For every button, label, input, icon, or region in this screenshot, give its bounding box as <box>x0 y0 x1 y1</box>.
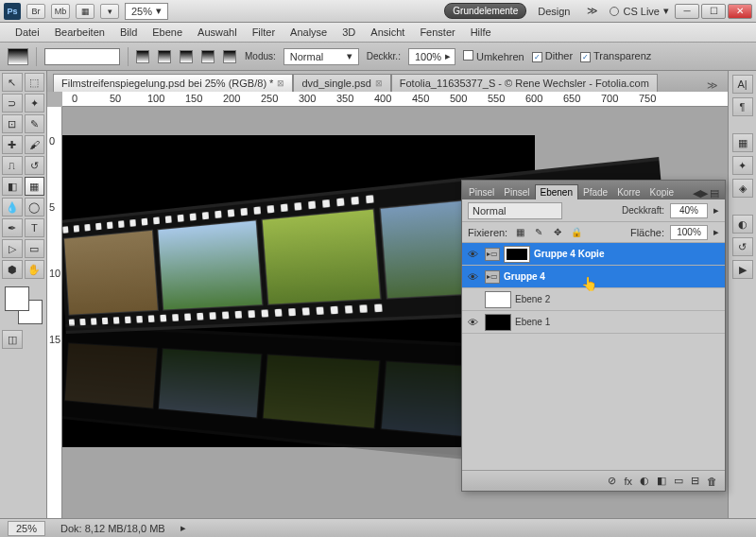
panel-collapse-icon[interactable]: ◀▶ <box>693 187 708 199</box>
bridge-button[interactable]: Br <box>26 4 45 19</box>
swatches-panel-icon[interactable]: ▦ <box>732 133 753 152</box>
menu-ansicht[interactable]: Ansicht <box>363 25 412 40</box>
window-maximize-button[interactable]: ☐ <box>701 4 726 19</box>
minibridge-button[interactable]: Mb <box>51 4 70 19</box>
lock-paint-icon[interactable]: ✎ <box>532 226 545 239</box>
marquee-tool[interactable]: ⬚ <box>25 73 45 92</box>
transparenz-checkbox[interactable]: ✓ Transparenz <box>580 50 651 62</box>
pen-tool[interactable]: ✒ <box>2 218 23 237</box>
blur-tool[interactable]: 💧 <box>2 198 23 217</box>
doc-tab-2[interactable]: dvd_single.psd⊠ <box>293 74 390 92</box>
menu-filter[interactable]: Filter <box>245 25 283 40</box>
hand-tool[interactable]: ✋ <box>25 260 45 279</box>
umkehren-checkbox[interactable]: Umkehren <box>463 50 524 62</box>
blend-mode-dropdown[interactable]: Normal▾ <box>284 48 359 65</box>
gradient-angle-icon[interactable] <box>180 50 193 63</box>
styles-panel-icon[interactable]: ✦ <box>732 156 753 175</box>
workspace-active-button[interactable]: Grundelemente <box>444 3 526 19</box>
visibility-icon[interactable]: 👁 <box>464 246 481 263</box>
layers-panel-icon[interactable]: ◈ <box>732 179 753 198</box>
tabs-overflow-button[interactable]: ≫ <box>703 79 722 92</box>
close-icon[interactable]: ⊠ <box>277 78 284 88</box>
panel-tab-pfade[interactable]: Pfade <box>578 185 612 199</box>
layer-row[interactable]: 👁 ▸▭ Gruppe 4 <box>462 266 725 288</box>
link-layers-icon[interactable]: ⊘ <box>608 475 616 487</box>
layer-thumb[interactable] <box>485 291 511 308</box>
gradient-tool-icon[interactable] <box>8 48 28 65</box>
new-group-icon[interactable]: ▭ <box>674 475 683 487</box>
window-close-button[interactable]: ✕ <box>728 4 752 19</box>
eraser-tool[interactable]: ◧ <box>2 177 23 196</box>
eyedropper-tool[interactable]: ✎ <box>25 114 45 133</box>
character-panel-icon[interactable]: A| <box>732 75 753 94</box>
menu-bild[interactable]: Bild <box>112 25 145 40</box>
gradient-tool[interactable]: ▦ <box>25 177 45 196</box>
mask-thumb[interactable] <box>504 246 530 263</box>
stamp-tool[interactable]: ⎍ <box>2 156 23 175</box>
visibility-icon[interactable]: 👁 <box>464 314 481 331</box>
fill-input[interactable]: 100% <box>670 225 708 240</box>
menu-3d[interactable]: 3D <box>335 25 363 40</box>
color-swatches[interactable] <box>5 286 43 324</box>
gradient-diamond-icon[interactable] <box>223 50 236 63</box>
gradient-preview[interactable] <box>44 48 120 65</box>
menu-ebene[interactable]: Ebene <box>145 25 190 40</box>
menu-datei[interactable]: Datei <box>8 25 47 40</box>
type-tool[interactable]: T <box>25 218 45 237</box>
close-icon[interactable]: ⊠ <box>375 78 383 88</box>
layer-blend-dropdown[interactable]: Normal <box>468 202 562 219</box>
panel-tab-kopie[interactable]: Kopie <box>645 185 679 199</box>
wand-tool[interactable]: ✦ <box>25 94 45 113</box>
window-minimize-button[interactable]: ─ <box>675 4 699 19</box>
doc-tab-3[interactable]: Fotolia_11635377_S - © Rene Wechsler - F… <box>391 74 658 92</box>
workspace-more-button[interactable]: ≫ <box>581 3 604 19</box>
dither-checkbox[interactable]: ✓ Dither <box>532 50 573 62</box>
menu-hilfe[interactable]: Hilfe <box>463 25 499 40</box>
cslive-button[interactable]: CS Live▾ <box>610 5 669 17</box>
menu-bearbeiten[interactable]: Bearbeiten <box>47 25 112 40</box>
layer-row[interactable]: 👁 Ebene 1 <box>462 311 725 334</box>
lock-all-icon[interactable]: 🔒 <box>570 226 583 239</box>
lasso-tool[interactable]: ⊃ <box>2 94 23 113</box>
layer-row[interactable]: 👁 ▸▭ Gruppe 4 Kopie <box>462 243 725 266</box>
brush-tool[interactable]: 🖌 <box>25 135 45 154</box>
adjustments-panel-icon[interactable]: ◐ <box>732 215 753 234</box>
add-mask-icon[interactable]: ◐ <box>640 475 649 487</box>
path-select-tool[interactable]: ▷ <box>2 239 23 258</box>
fill-flyout-icon[interactable]: ▸ <box>713 226 719 238</box>
lock-transparency-icon[interactable]: ▦ <box>513 226 526 239</box>
screen-mode-button[interactable]: ▾ <box>100 4 119 19</box>
opacity-input[interactable]: 40% <box>670 203 708 218</box>
layer-name[interactable]: Gruppe 4 <box>504 271 545 282</box>
opacity-flyout-icon[interactable]: ▸ <box>713 204 719 217</box>
lock-position-icon[interactable]: ✥ <box>551 226 564 239</box>
quickmask-button[interactable]: ◫ <box>2 330 23 349</box>
delete-layer-icon[interactable]: 🗑 <box>707 476 717 487</box>
visibility-icon[interactable]: 👁 <box>464 268 481 286</box>
layer-name[interactable]: Ebene 2 <box>515 294 550 304</box>
layer-fx-icon[interactable]: fx <box>624 476 632 487</box>
shape-tool[interactable]: ▭ <box>25 239 45 258</box>
history-panel-icon[interactable]: ↺ <box>732 237 753 256</box>
layer-thumb[interactable] <box>485 314 511 331</box>
panel-tab-pinsel2[interactable]: Pinsel <box>499 185 534 199</box>
move-tool[interactable]: ↖ <box>2 73 23 92</box>
gradient-linear-icon[interactable] <box>136 50 149 63</box>
history-brush-tool[interactable]: ↺ <box>25 156 45 175</box>
zoom-level[interactable]: 25% <box>8 521 45 536</box>
panel-menu-icon[interactable]: ▤ <box>710 187 719 199</box>
adjustment-layer-icon[interactable]: ◧ <box>657 475 666 487</box>
layer-name[interactable]: Ebene 1 <box>515 317 550 327</box>
heal-tool[interactable]: ✚ <box>2 135 23 154</box>
new-layer-icon[interactable]: ⊟ <box>691 475 699 487</box>
paragraph-panel-icon[interactable]: ¶ <box>732 97 753 116</box>
arrange-button[interactable]: ▦ <box>76 4 94 19</box>
gradient-reflected-icon[interactable] <box>201 50 215 63</box>
gradient-radial-icon[interactable] <box>158 50 171 63</box>
fg-color-icon[interactable] <box>5 286 29 311</box>
panel-tab-ebenen[interactable]: Ebenen <box>535 184 578 199</box>
zoom-dropdown[interactable]: 25%▾ <box>125 3 168 20</box>
opacity-field[interactable]: 100%▸ <box>408 48 455 65</box>
status-flyout-icon[interactable]: ▸ <box>180 522 186 534</box>
menu-analyse[interactable]: Analyse <box>283 25 335 40</box>
